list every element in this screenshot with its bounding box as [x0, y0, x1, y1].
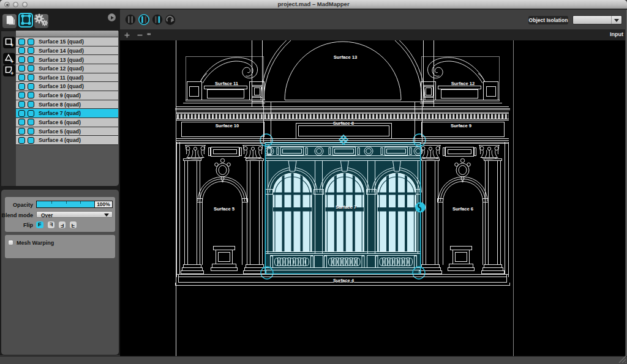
svg-text:Surface 13: Surface 13	[334, 54, 357, 60]
svg-text:Surface 11: Surface 11	[215, 81, 239, 86]
svg-text:+: +	[10, 59, 13, 65]
svg-text:Surface 4: Surface 4	[333, 278, 355, 283]
svg-text:+: +	[10, 42, 13, 48]
svg-text:Surface 7: Surface 7	[336, 204, 356, 210]
svg-text:Surface 12: Surface 12	[451, 81, 475, 86]
svg-text:Surface 6: Surface 6	[452, 206, 473, 212]
svg-text:Surface 5: Surface 5	[214, 206, 235, 212]
svg-text:+: +	[10, 70, 13, 76]
svg-text:Surface 9: Surface 9	[451, 123, 471, 128]
svg-text:Surface 8: Surface 8	[333, 121, 354, 126]
svg-text:Surface 10: Surface 10	[216, 123, 239, 128]
